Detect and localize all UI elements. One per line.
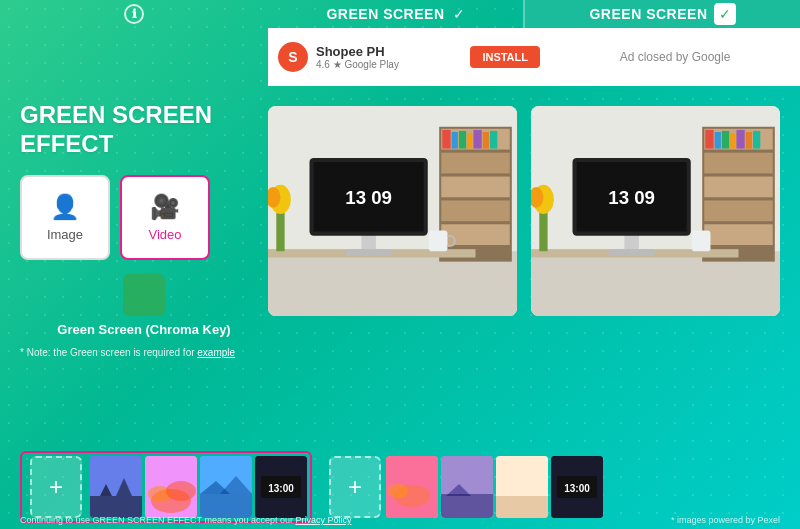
preview-frame-1: 13 09 <box>268 106 517 316</box>
google-ad-closed: Ad closed by Google <box>550 28 800 86</box>
svg-point-61 <box>166 481 196 501</box>
green-screen-button[interactable]: Green Screen (Chroma Key) <box>20 274 268 337</box>
image-icon: 👤 <box>50 193 80 221</box>
svg-rect-25 <box>429 231 448 252</box>
svg-point-71 <box>388 484 408 498</box>
header-left-check: ✓ <box>453 6 465 22</box>
svg-rect-40 <box>746 132 752 149</box>
svg-rect-17 <box>346 249 392 255</box>
svg-rect-14 <box>490 131 497 149</box>
header-left-title: GREEN SCREEN <box>326 6 444 22</box>
header-info-section: ℹ <box>0 0 268 28</box>
svg-rect-4 <box>441 153 509 174</box>
preview-svg-1: 13 09 <box>268 106 517 316</box>
svg-rect-9 <box>452 132 458 149</box>
thumb-2[interactable] <box>145 456 197 518</box>
header-right-check-box[interactable]: ✓ <box>714 3 736 25</box>
add-media-button-right[interactable]: + <box>329 456 381 518</box>
svg-rect-6 <box>441 200 509 221</box>
shopee-rating: 4.6 ★ Google Play <box>316 59 462 70</box>
svg-text:13 09: 13 09 <box>345 187 392 208</box>
filmstrip-selected-group: + <box>20 451 312 523</box>
shopee-ad[interactable]: S Shopee PH 4.6 ★ Google Play INSTALL <box>268 28 550 86</box>
option-buttons: 👤 Image 🎥 Video <box>20 175 268 260</box>
green-screen-color-box <box>123 274 165 316</box>
svg-rect-41 <box>753 131 760 149</box>
main-content: GREEN SCREENEFFECT 👤 Image 🎥 Video Green… <box>0 86 800 444</box>
panel-title: GREEN SCREENEFFECT <box>20 101 268 159</box>
shopee-logo: S <box>278 42 308 72</box>
thumb-3[interactable] <box>200 456 252 518</box>
example-link[interactable]: example <box>197 347 235 358</box>
header-right-title: GREEN SCREEN <box>589 6 707 22</box>
header-left-section: GREEN SCREEN ✓ <box>268 0 523 28</box>
bottom-info: Continuing to use GREEN SCREEN EFFECT me… <box>0 515 800 525</box>
svg-text:13:00: 13:00 <box>564 483 590 494</box>
ad-area: S Shopee PH 4.6 ★ Google Play INSTALL Ad… <box>0 28 800 86</box>
info-icon[interactable]: ℹ <box>124 4 144 24</box>
header-right-check-icon: ✓ <box>719 6 731 22</box>
header: ℹ GREEN SCREEN ✓ GREEN SCREEN ✓ <box>0 0 800 28</box>
shopee-name: Shopee PH <box>316 44 462 59</box>
header-right-section: GREEN SCREEN ✓ <box>523 0 800 28</box>
thumb-clock-2[interactable]: 13:00 <box>551 456 603 518</box>
privacy-link[interactable]: Privacy Policy <box>295 515 351 525</box>
filmstrip-right-group: 13:00 <box>386 456 603 518</box>
right-panel: 13 09 <box>268 101 780 444</box>
note-prefix: * Note: the Green screen is required for <box>20 347 197 358</box>
svg-rect-34 <box>704 224 772 245</box>
add-media-button-left[interactable]: + <box>30 456 82 518</box>
footer-left-text: Continuing to use GREEN SCREEN EFFECT me… <box>20 515 351 525</box>
video-label: Video <box>148 227 181 242</box>
svg-rect-39 <box>736 130 744 149</box>
svg-rect-32 <box>704 177 772 198</box>
shopee-info: Shopee PH 4.6 ★ Google Play <box>316 44 462 70</box>
svg-rect-38 <box>730 133 735 149</box>
svg-rect-31 <box>704 153 772 174</box>
left-panel: GREEN SCREENEFFECT 👤 Image 🎥 Video Green… <box>20 101 268 444</box>
install-button[interactable]: INSTALL <box>470 46 540 68</box>
image-option-button[interactable]: 👤 Image <box>20 175 110 260</box>
video-icon: 🎥 <box>150 193 180 221</box>
footer-right-text: * images powered by Pexel <box>671 515 780 525</box>
svg-rect-8 <box>442 130 450 149</box>
svg-rect-52 <box>692 231 711 252</box>
svg-rect-11 <box>467 133 472 149</box>
thumb-r1[interactable] <box>386 456 438 518</box>
svg-rect-63 <box>200 494 252 518</box>
svg-rect-5 <box>441 177 509 198</box>
svg-rect-37 <box>722 131 729 149</box>
svg-rect-44 <box>609 249 655 255</box>
video-option-button[interactable]: 🎥 Video <box>120 175 210 260</box>
thumb-r2[interactable] <box>441 456 493 518</box>
image-label: Image <box>47 227 83 242</box>
thumb-1[interactable] <box>90 456 142 518</box>
svg-rect-73 <box>441 494 493 518</box>
note-text: * Note: the Green screen is required for… <box>20 347 268 358</box>
svg-text:13:00: 13:00 <box>268 483 294 494</box>
svg-rect-36 <box>715 132 721 149</box>
svg-rect-7 <box>441 224 509 245</box>
thumb-r3[interactable] <box>496 456 548 518</box>
preview-frame-2: 13 09 <box>531 106 780 316</box>
green-screen-label: Green Screen (Chroma Key) <box>57 322 230 337</box>
svg-rect-35 <box>705 130 713 149</box>
ad-left-space <box>0 28 268 86</box>
svg-rect-12 <box>473 130 481 149</box>
svg-rect-10 <box>459 131 466 149</box>
svg-rect-33 <box>704 200 772 221</box>
preview-svg-2: 13 09 <box>531 106 780 316</box>
thumb-clock[interactable]: 13:00 <box>255 456 307 518</box>
svg-text:13 09: 13 09 <box>608 187 655 208</box>
svg-rect-13 <box>483 132 489 149</box>
